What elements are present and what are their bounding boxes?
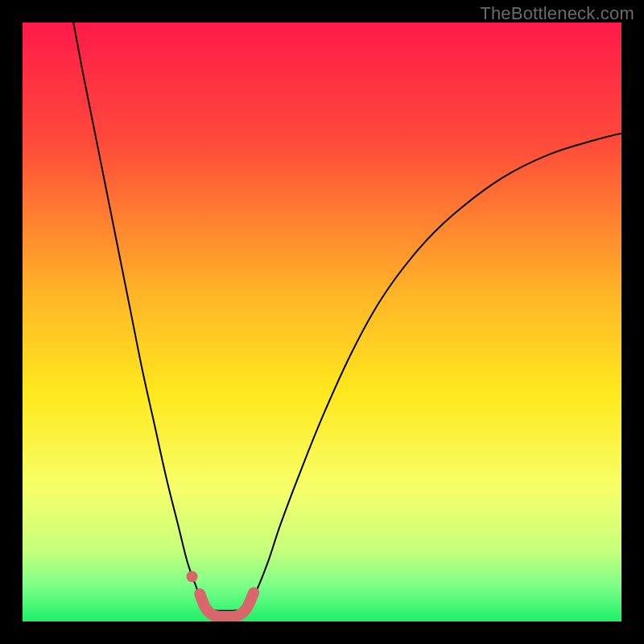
gradient-background [23, 23, 621, 621]
plot-area [23, 23, 621, 621]
left-dot [187, 571, 198, 582]
watermark-text: TheBottleneck.com [480, 3, 634, 24]
chart-frame: TheBottleneck.com [0, 0, 644, 644]
bottleneck-chart [23, 23, 621, 621]
